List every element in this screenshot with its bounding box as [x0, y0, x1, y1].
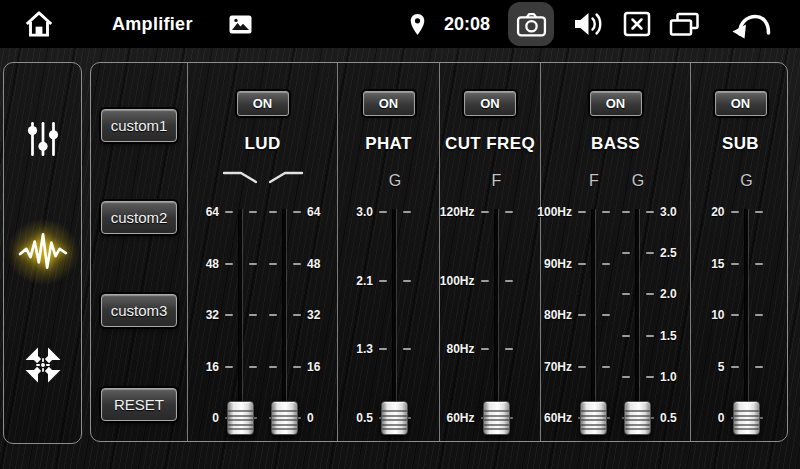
slider-track[interactable] — [239, 209, 242, 421]
scale-label: 60Hz — [544, 411, 572, 425]
slider-thumb[interactable] — [733, 401, 760, 435]
cut-freq-title: CUT FREQ — [440, 134, 540, 154]
scale-label: 48 — [206, 257, 219, 271]
tick-mark — [379, 348, 387, 350]
scale-label: 0.5 — [660, 411, 677, 425]
cut-freq-on-button[interactable]: ON — [464, 91, 516, 116]
waveform-icon — [18, 230, 68, 274]
tick-mark — [249, 211, 257, 213]
presets-column: custom1custom2custom3RESET — [91, 63, 188, 441]
column-phat: ONPHATG3.02.11.30.5 — [338, 63, 440, 441]
back-button[interactable] — [732, 8, 772, 40]
home-icon — [22, 7, 56, 41]
scale-label: 2.0 — [660, 287, 677, 301]
scale-label: 90Hz — [544, 257, 572, 271]
phat-slider-1[interactable]: 3.02.11.30.5 — [355, 212, 435, 418]
tick-mark — [225, 211, 233, 213]
close-box-icon — [623, 10, 651, 38]
scale-label: 0 — [212, 411, 219, 425]
slider-track[interactable] — [745, 209, 748, 421]
tick-mark — [505, 280, 513, 282]
scale-label: 80Hz — [446, 342, 474, 356]
slider-track[interactable] — [283, 209, 286, 421]
tick-mark — [249, 263, 257, 265]
lud-title: LUD — [188, 134, 337, 154]
equalizer-icon — [22, 118, 64, 160]
slider-thumb[interactable] — [381, 401, 408, 435]
slider-track[interactable] — [495, 209, 498, 421]
tick-mark — [602, 314, 610, 316]
slider-thumb[interactable] — [271, 401, 298, 435]
tick-mark — [481, 348, 489, 350]
home-button[interactable] — [22, 7, 56, 41]
preset-button-custom2[interactable]: custom2 — [101, 201, 177, 234]
bass-title: BASS — [541, 134, 690, 154]
bass-axis-label-f: F — [589, 172, 599, 190]
statusbar-right-cluster: 20:08 — [409, 2, 772, 46]
slider-track[interactable] — [636, 209, 639, 421]
scale-label: 2.1 — [356, 274, 373, 288]
tick-mark — [403, 348, 411, 350]
recent-apps-button[interactable] — [669, 11, 700, 38]
tick-mark — [249, 366, 257, 368]
scale-label: 16 — [206, 360, 219, 374]
camera-button[interactable] — [508, 2, 554, 46]
slider-track[interactable] — [393, 209, 396, 421]
lud-slider-2[interactable]: 644832160 — [245, 212, 325, 418]
windows-icon — [669, 11, 700, 38]
close-app-button[interactable] — [623, 10, 651, 38]
tick-mark — [403, 280, 411, 282]
scale-label: 3.0 — [356, 205, 373, 219]
tick-mark — [731, 314, 739, 316]
cut-freq-slider-1[interactable]: 120Hz100Hz80Hz60Hz — [457, 212, 537, 418]
slider-thumb[interactable] — [227, 401, 254, 435]
tick-mark — [249, 314, 257, 316]
lud-on-button[interactable]: ON — [237, 91, 289, 116]
phat-on-button[interactable]: ON — [363, 91, 415, 116]
scale-label: 1.0 — [660, 370, 677, 384]
scale-label: 1.5 — [660, 329, 677, 343]
slider-thumb[interactable] — [580, 401, 607, 435]
tick-mark — [269, 314, 277, 316]
tick-mark — [578, 263, 586, 265]
bass-slider-2[interactable]: 3.02.52.01.51.00.5 — [598, 212, 678, 418]
sub-on-button[interactable]: ON — [715, 91, 767, 116]
tick-mark — [293, 211, 301, 213]
preset-button-reset[interactable]: RESET — [101, 388, 177, 421]
scale-label: 32 — [307, 308, 320, 322]
slider-thumb[interactable] — [483, 401, 510, 435]
bass-axis-label-g: G — [632, 172, 644, 190]
bass-on-button[interactable]: ON — [590, 91, 642, 116]
scale-label: 100Hz — [440, 274, 475, 288]
sidebar-item-sound-effects[interactable] — [17, 226, 69, 278]
preset-button-custom3[interactable]: custom3 — [101, 294, 177, 327]
preset-button-custom1[interactable]: custom1 — [101, 109, 177, 142]
scale-label: 70Hz — [544, 360, 572, 374]
sidebar — [3, 62, 82, 444]
tick-mark — [622, 376, 630, 378]
tick-mark — [578, 366, 586, 368]
tick-mark — [622, 252, 630, 254]
sidebar-item-equalizer[interactable] — [17, 113, 69, 165]
sidebar-item-speaker-balance[interactable] — [17, 339, 69, 391]
tick-mark — [731, 366, 739, 368]
slider-thumb[interactable] — [624, 401, 651, 435]
sub-slider-1[interactable]: 20151050 — [707, 212, 787, 418]
tick-mark — [731, 263, 739, 265]
sub-axis-label-g: G — [740, 172, 752, 190]
tick-mark — [622, 293, 630, 295]
slider-track[interactable] — [592, 209, 595, 421]
column-cut-freq: ONCUT FREQF120Hz100Hz80Hz60Hz — [440, 63, 541, 441]
tick-mark — [293, 366, 301, 368]
clock: 20:08 — [444, 14, 490, 35]
volume-icon — [572, 9, 605, 39]
wallpaper-button[interactable] — [229, 15, 252, 34]
volume-button[interactable] — [572, 9, 605, 39]
highpass-curve-icon — [265, 169, 305, 189]
tick-mark — [755, 366, 763, 368]
cut-freq-axis-label-f: F — [492, 172, 502, 190]
tick-mark — [505, 348, 513, 350]
back-arrow-icon — [732, 8, 772, 40]
amplifier-panel: custom1custom2custom3RESET ONLUD64483216… — [90, 62, 788, 442]
tick-mark — [269, 211, 277, 213]
